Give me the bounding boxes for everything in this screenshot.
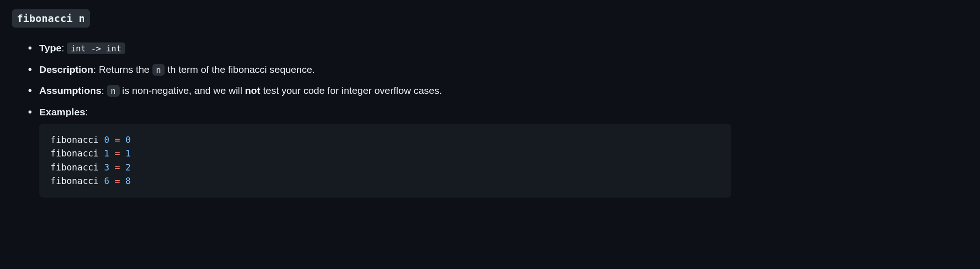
example-line: fibonacci 0 = 0 xyxy=(50,133,720,147)
spec-item-description: Description: Returns the n th term of th… xyxy=(28,62,971,77)
spec-item-examples: Examples: fibonacci 0 = 0 fibonacci 1 = … xyxy=(28,105,971,198)
example-res: 1 xyxy=(125,148,130,158)
colon: : xyxy=(94,64,99,75)
description-suffix: th term of the fibonacci sequence. xyxy=(165,64,315,75)
example-arg: 3 xyxy=(104,162,109,172)
assumptions-emph: not xyxy=(245,85,260,96)
example-arg: 1 xyxy=(104,148,109,158)
example-line: fibonacci 1 = 1 xyxy=(50,147,720,160)
example-arg: 0 xyxy=(104,134,109,145)
assumptions-label: Assumptions xyxy=(39,85,101,96)
example-arg: 6 xyxy=(104,176,109,186)
example-res: 8 xyxy=(125,176,130,186)
description-label: Description xyxy=(39,64,94,75)
example-op: = xyxy=(115,162,120,172)
example-res: 2 xyxy=(125,162,130,172)
spec-item-type: Type: int -> int xyxy=(28,41,971,56)
spec-item-assumptions: Assumptions: n is non-negative, and we w… xyxy=(28,83,971,98)
colon: : xyxy=(61,42,67,53)
type-value: int -> int xyxy=(67,42,125,54)
example-res: 0 xyxy=(125,134,130,145)
example-fn: fibonacci xyxy=(50,134,99,145)
example-op: = xyxy=(115,148,120,158)
examples-label: Examples xyxy=(39,106,85,117)
function-signature: fibonacci n xyxy=(12,9,90,28)
description-param: n xyxy=(152,64,165,76)
assumptions-param: n xyxy=(107,85,120,97)
spec-list: Type: int -> int Description: Returns th… xyxy=(9,41,971,198)
description-prefix: Returns the xyxy=(99,64,152,75)
example-fn: fibonacci xyxy=(50,162,99,172)
example-line: fibonacci 6 = 8 xyxy=(50,174,720,188)
colon: : xyxy=(101,85,107,96)
type-label: Type xyxy=(39,42,61,53)
assumptions-text2: test your code for integer overflow case… xyxy=(260,85,442,96)
example-op: = xyxy=(115,176,120,186)
examples-code-block: fibonacci 0 = 0 fibonacci 1 = 1 fibonacc… xyxy=(39,124,731,198)
assumptions-text1: is non-negative, and we will xyxy=(120,85,245,96)
example-line: fibonacci 3 = 2 xyxy=(50,161,720,174)
example-op: = xyxy=(115,134,120,145)
colon: : xyxy=(85,106,88,117)
example-fn: fibonacci xyxy=(50,148,99,158)
example-fn: fibonacci xyxy=(50,176,99,186)
